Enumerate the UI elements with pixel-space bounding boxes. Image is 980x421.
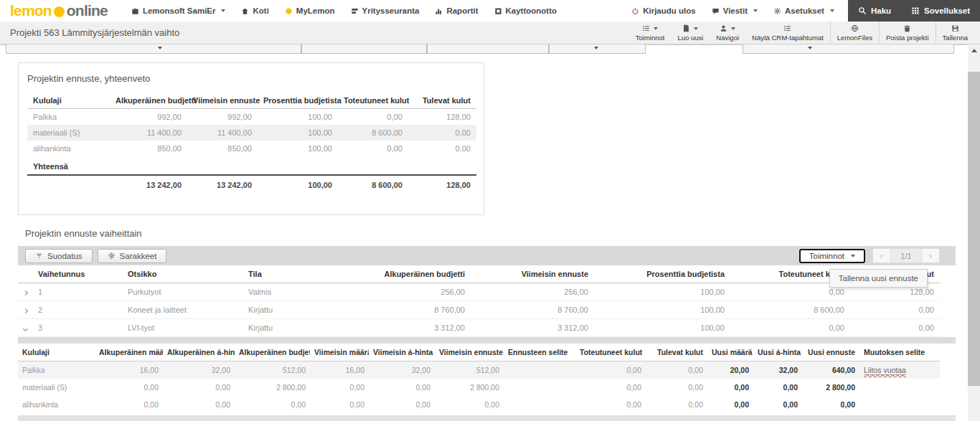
cell [110,156,187,175]
phases-column-header[interactable]: Viimeisin ennuste [471,265,594,283]
toolbar-button-icon-row [903,24,911,33]
lemon-online-logo[interactable]: lemon online [10,2,108,19]
home-icon [241,7,249,15]
phases-column-header[interactable]: Vaihetunnus [32,265,122,283]
topnav-item-sovellukset[interactable]: Sovellukset [901,0,980,22]
toolbar-button-nayta-crm-tapahtumat[interactable]: Näytä CRM-tapahtumat [745,22,830,44]
cell [27,175,110,193]
total-cell: 8 600,00 [338,175,408,193]
chevron-down-icon[interactable] [23,326,28,331]
detail-column-header[interactable]: Muutoksen selite [859,344,940,361]
totals-row: 13 242,0013 242,00100,008 600,00128,00 [27,175,476,193]
tab-stub[interactable] [6,44,301,54]
cell: 11 400,00 [110,125,187,141]
detail-column-header[interactable]: Kululaji [18,344,95,361]
cell [408,156,476,175]
tab-stub[interactable] [301,44,427,54]
topnav-item-raportit[interactable]: Raportit [427,0,486,22]
editable-cell[interactable]: 640,00 [802,361,859,379]
editable-cell[interactable]: 0,00 [707,379,753,396]
chevron-right-icon[interactable] [23,290,28,295]
detail-column-header[interactable]: Uusi ennuste [802,344,859,361]
topnav-item-kayttoonotto[interactable]: Kayttoonotto [486,0,565,22]
detail-table-head: KululajiAlkuperäinen määräAlkuperäinen á… [18,344,940,361]
detail-table-body: Palkka16,0032,00512,0016,0032,00512,000,… [18,361,940,414]
horizontal-scrollbar[interactable] [18,337,956,344]
detail-column-header[interactable]: Toteutuneet kulut [575,344,646,361]
summary-card: Projektin ennuste, yhteenveto KululajiAl… [18,62,484,215]
toolbar-button-label: LemonFiles [837,34,872,42]
editable-cell[interactable]: 2 800,00 [802,379,859,396]
phases-column-header[interactable]: Otsikko [122,265,242,283]
detail-column-header[interactable]: Ennusteen selite [504,344,575,361]
table-row: alihankinta850,00850,00100,000,000,00 [27,141,476,156]
topnav-item-yritysseuranta[interactable]: Yritysseuranta [343,0,428,22]
toolbar-button-navigoi[interactable]: Navigoi [710,22,745,44]
detail-column-header[interactable]: Alkuperäinen á-hinta [163,344,235,361]
detail-column-header[interactable]: Tulevat kulut [646,344,707,361]
grid-actions-button[interactable]: Toiminnot [799,249,865,263]
detail-column-header[interactable]: Alkuperäinen budjetti [235,344,310,361]
editable-cell[interactable]: 0,00 [707,396,753,413]
detail-column-header[interactable]: Viimeisin ennuste [435,344,504,361]
filter-button[interactable]: Suodatus [25,249,93,263]
list-icon [642,24,650,32]
phases-column-header[interactable]: Alkuperäinen budjetti [356,265,471,283]
cell: 3 312,00 [356,319,471,337]
cell: 100,00 [594,319,730,337]
topnav-item-kirjaudu-ulos[interactable]: Kirjaudu ulos [623,0,703,22]
editable-cell[interactable]: 0,00 [802,396,859,413]
editable-cell[interactable]: 0,00 [753,396,802,413]
tab-stub[interactable] [743,44,954,54]
toolbar-button-label: Näytä CRM-tapahtumat [752,34,824,42]
list-icon [783,24,791,32]
toolbar-button-poista-projekti[interactable]: Poista projekti [879,22,936,44]
chevron-right-icon[interactable] [23,308,28,313]
detail-column-header[interactable]: Viimeisin määrä [310,344,369,361]
editable-cell[interactable]: 20,00 [707,361,753,379]
arrow-up-icon [971,49,977,52]
scrollbar-thumb[interactable] [968,72,980,386]
cell: 8 760,00 [471,301,594,319]
columns-button[interactable]: Sarakkeet [98,249,167,263]
cell: 32,00 [369,361,435,379]
toolbar-button-toiminnot[interactable]: Toiminnot [629,22,672,44]
scrollbar-up-button[interactable] [968,44,980,56]
detail-column-header[interactable]: Viimeisin á-hinta [369,344,435,361]
pager-prev-button[interactable]: ‹ [872,248,891,263]
editable-cell[interactable]: 32,00 [753,361,802,379]
pager-next-button[interactable]: › [921,248,940,263]
cutoff-caret-icon [594,47,598,49]
horizontal-scrollbar[interactable] [18,415,956,421]
expander-cell [18,283,32,301]
topnav-item-viestit[interactable]: Viestit [704,0,765,22]
toolbar-button-luo-uusi[interactable]: Luo uusi [671,22,710,44]
toolbar-button-tallenna[interactable]: Tallenna [936,22,974,44]
cell: 0,00 [163,379,235,396]
cell [859,379,940,396]
menu-item-tallenna-uusi-ennuste[interactable]: Tallenna uusi ennuste [839,274,918,283]
row-label: alihankinta [27,141,110,156]
phases-column-header[interactable]: Prosenttia budjetista [594,265,730,283]
total-cell: 128,00 [408,175,476,193]
toolbar-button-lemonfiles[interactable]: LemonFiles [830,22,879,44]
topnav-item-koti[interactable]: Koti [233,0,276,22]
detail-column-header[interactable]: Alkuperäinen määrä [95,344,163,361]
muutoksen-selite-text[interactable]: Liitos vuotaa [864,366,906,375]
topnav-item-mylemon[interactable]: MyLemon [277,0,343,22]
cell: 0,00 [646,361,707,379]
detail-column-header[interactable]: Uusi määrä [707,344,753,361]
phases-table: VaihetunnusOtsikkoTilaAlkuperäinen budje… [18,265,940,337]
detail-column-header[interactable]: Uusi á-hinta [753,344,802,361]
expander-column-header [18,265,32,283]
phases-column-header[interactable]: Tila [242,265,356,283]
summary-column-header: Tulevat kulut [408,93,476,109]
topnav-item-asetukset[interactable]: Asetukset [765,0,842,22]
page-header-bar: Projekti 563 Lämmitysjärjestelmän vaihto… [0,22,980,44]
logo-text-online: online [67,2,108,19]
topnav-item-lemonsoft-company[interactable]: Lemonsoft SamiEr [123,0,234,22]
tab-stub[interactable] [427,44,549,54]
topnav-item-haku[interactable]: Haku [848,0,901,22]
editable-cell[interactable]: 0,00 [753,379,802,396]
topnav-item-lemonsoft-company-label: Lemonsoft SamiEr [143,6,216,15]
